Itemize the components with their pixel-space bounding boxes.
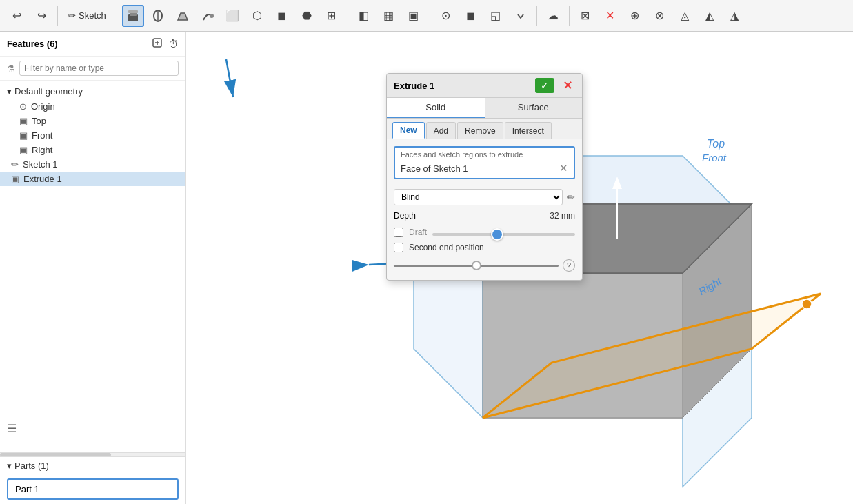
- chevron-down-icon: ▾: [7, 86, 12, 97]
- pencil-icon: ✏: [68, 10, 76, 21]
- face-select-label: Faces and sketch regions to extrude: [395, 148, 574, 160]
- tool-btn-10[interactable]: ◧: [353, 5, 375, 27]
- sketch-icon: ✏: [11, 159, 19, 170]
- face-select-value-text: Face of Sketch 1: [401, 163, 468, 174]
- pencil-button[interactable]: ✏: [567, 192, 575, 203]
- top-label: Top: [32, 116, 46, 126]
- toolbar-separator-6: [569, 6, 570, 26]
- loft-button[interactable]: [172, 5, 194, 27]
- tool-btn-13[interactable]: ⊙: [435, 5, 457, 27]
- depth-value: 32 mm: [550, 211, 575, 221]
- toolbar: ↩ ↪ ✏ Sketch ⬜ ⬡ ◼ ⬣ ⊞ ◧ ▦ ▣ ⊙: [0, 0, 853, 32]
- second-end-label: Second end position: [409, 243, 484, 252]
- sweep-icon: [201, 9, 214, 23]
- draft-checkbox[interactable]: [394, 228, 403, 237]
- face-select-clear-button[interactable]: ✕: [559, 162, 568, 174]
- tool-btn-20[interactable]: ⊗: [649, 5, 671, 27]
- loft-icon: [176, 9, 190, 23]
- op-tab-add[interactable]: Add: [426, 122, 456, 139]
- depth-label: Depth: [394, 211, 550, 221]
- tool-btn-cancel[interactable]: ✕: [599, 5, 621, 27]
- tool-btn-23[interactable]: ◮: [723, 5, 745, 27]
- draft-row: Draft: [394, 225, 575, 240]
- tool-btn-5[interactable]: ⬜: [221, 5, 243, 27]
- parts-label: Parts (1): [14, 461, 49, 471]
- undo-button[interactable]: ↩: [6, 5, 28, 27]
- features-header: Features (6) ⏱: [0, 32, 185, 57]
- extrude-tree-icon: ▣: [11, 174, 19, 184]
- filter-icon: ⚗: [7, 63, 15, 74]
- bottom-slider[interactable]: [394, 265, 559, 267]
- solid-tab[interactable]: Solid: [387, 98, 485, 118]
- tree-item-sketch1[interactable]: ✏ Sketch 1: [0, 157, 185, 172]
- op-tab-remove[interactable]: Remove: [457, 122, 503, 139]
- depth-row: Depth 32 mm: [394, 208, 575, 225]
- tool-btn-15[interactable]: ◱: [485, 5, 507, 27]
- toolbar-separator-4: [430, 6, 430, 26]
- tree-item-top[interactable]: ▣ Top: [0, 114, 185, 128]
- top-plane-icon: ▣: [19, 116, 28, 126]
- sketch-button[interactable]: ✏ Sketch: [63, 8, 112, 23]
- tree-item-right[interactable]: ▣ Right: [0, 143, 185, 157]
- dialog-titlebar: Extrude 1 ✓ ✕: [387, 74, 582, 98]
- sweep-button[interactable]: [197, 5, 219, 27]
- tool-btn-14[interactable]: ◼: [460, 5, 482, 27]
- default-geometry-group[interactable]: ▾ Default geometry: [0, 83, 185, 99]
- dialog-confirm-button[interactable]: ✓: [535, 78, 554, 93]
- dialog-close-button[interactable]: ✕: [560, 78, 575, 93]
- blind-row: Blind ✏: [394, 186, 575, 208]
- redo-button[interactable]: ↪: [30, 5, 52, 27]
- parts-section: ▾ Parts (1) Part 1: [0, 456, 185, 504]
- revolve-button[interactable]: [147, 5, 169, 27]
- right-plane-icon: ▣: [19, 145, 28, 155]
- tool-btn-8[interactable]: ⬣: [296, 5, 318, 27]
- origin-icon: ⊙: [19, 101, 27, 112]
- draft-slider[interactable]: [432, 233, 575, 236]
- feature-button-active[interactable]: [122, 5, 144, 27]
- tool-btn-11[interactable]: ▦: [378, 5, 400, 27]
- parts-group[interactable]: ▾ Parts (1): [0, 457, 185, 474]
- history-button[interactable]: ⏱: [168, 38, 179, 50]
- add-feature-button[interactable]: [152, 37, 163, 50]
- tool-btn-21[interactable]: ◬: [674, 5, 696, 27]
- tool-btn-7[interactable]: ◼: [271, 5, 293, 27]
- second-end-checkbox[interactable]: [394, 243, 403, 252]
- main-layout: Features (6) ⏱ ⚗ ▾ Default geometry ⊙: [0, 32, 853, 504]
- draft-slider-container: [432, 228, 575, 237]
- dialog-body: Faces and sketch regions to extrude Face…: [387, 139, 582, 280]
- toolbar-separator-2: [117, 6, 117, 26]
- tree-item-extrude1[interactable]: ▣ Extrude 1: [0, 172, 185, 186]
- part1-item[interactable]: Part 1: [7, 478, 179, 500]
- extrude-dialog: Extrude 1 ✓ ✕ Solid Surface New Add Remo…: [386, 73, 583, 281]
- svg-rect-2: [128, 10, 138, 13]
- tree-item-origin[interactable]: ⊙ Origin: [0, 99, 185, 114]
- bottom-slider-row: ?: [394, 255, 575, 273]
- tool-btn-12[interactable]: ▣: [403, 5, 425, 27]
- feature-tree: ▾ Default geometry ⊙ Origin ▣ Top ▣ Fron…: [0, 81, 185, 189]
- tool-btn-6[interactable]: ⬡: [246, 5, 268, 27]
- default-geometry-label: Default geometry: [14, 86, 83, 97]
- blind-select[interactable]: Blind: [394, 189, 563, 205]
- chevron-down-parts-icon: ▾: [7, 461, 12, 471]
- toolbar-separator-5: [536, 6, 537, 26]
- tool-btn-18[interactable]: ⊠: [574, 5, 596, 27]
- surface-tab[interactable]: Surface: [485, 98, 583, 118]
- op-tab-new[interactable]: New: [392, 122, 425, 139]
- tool-btn-19[interactable]: ⊕: [624, 5, 646, 27]
- list-view-button[interactable]: ☰: [7, 422, 17, 435]
- help-button[interactable]: ?: [563, 259, 575, 272]
- tree-item-front[interactable]: ▣ Front: [0, 128, 185, 143]
- tool-btn-9[interactable]: ⊞: [321, 5, 343, 27]
- toolbar-separator-3: [348, 6, 348, 26]
- dialog-type-tabs: Solid Surface: [387, 98, 582, 119]
- draft-label: Draft: [409, 228, 427, 237]
- tool-btn-22[interactable]: ◭: [699, 5, 721, 27]
- sketch1-label: Sketch 1: [23, 159, 58, 170]
- tool-btn-16[interactable]: [510, 5, 532, 27]
- tool-btn-17[interactable]: ☁: [542, 5, 564, 27]
- filter-input[interactable]: [19, 61, 179, 76]
- front-label: Front: [32, 130, 52, 141]
- tree-spacer: [0, 189, 185, 452]
- viewport-canvas: Top Front Right: [186, 32, 853, 504]
- op-tab-intersect[interactable]: Intersect: [505, 122, 552, 139]
